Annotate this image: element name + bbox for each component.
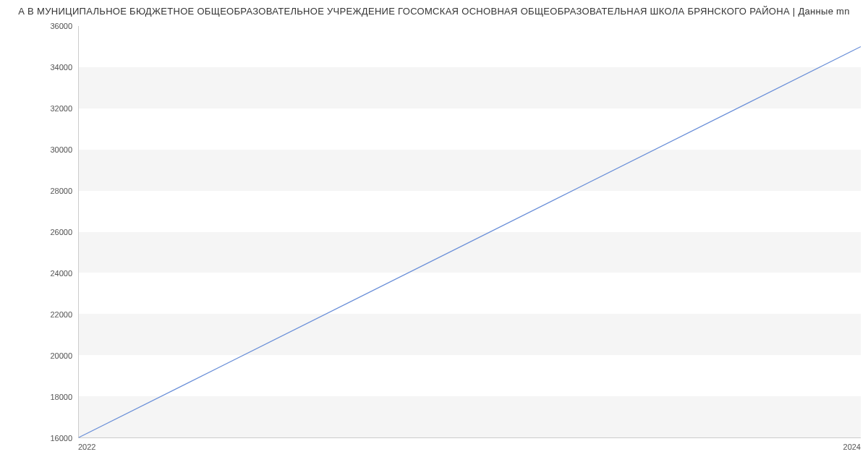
y-tick-label: 18000 [50,393,72,401]
line-series [79,26,861,437]
y-tick-label: 28000 [50,187,72,195]
y-tick-label: 30000 [50,145,72,154]
y-tick-label: 24000 [50,269,72,278]
x-tick-label: 2022 [78,443,95,451]
y-tick-label: 22000 [50,310,72,319]
y-tick-label: 16000 [50,434,72,443]
y-tick-label: 32000 [50,104,72,113]
y-tick-label: 26000 [50,228,72,236]
y-tick-label: 34000 [50,63,72,72]
plot-frame [78,26,861,438]
y-tick-label: 36000 [50,22,72,30]
x-tick-label: 2024 [843,443,861,451]
chart-title: А В МУНИЦИПАЛЬНОЕ БЮДЖЕТНОЕ ОБЩЕОБРАЗОВА… [0,0,868,17]
y-tick-label: 20000 [50,351,72,360]
chart-plot-area: 1600018000200002200024000260002800030000… [78,26,861,438]
